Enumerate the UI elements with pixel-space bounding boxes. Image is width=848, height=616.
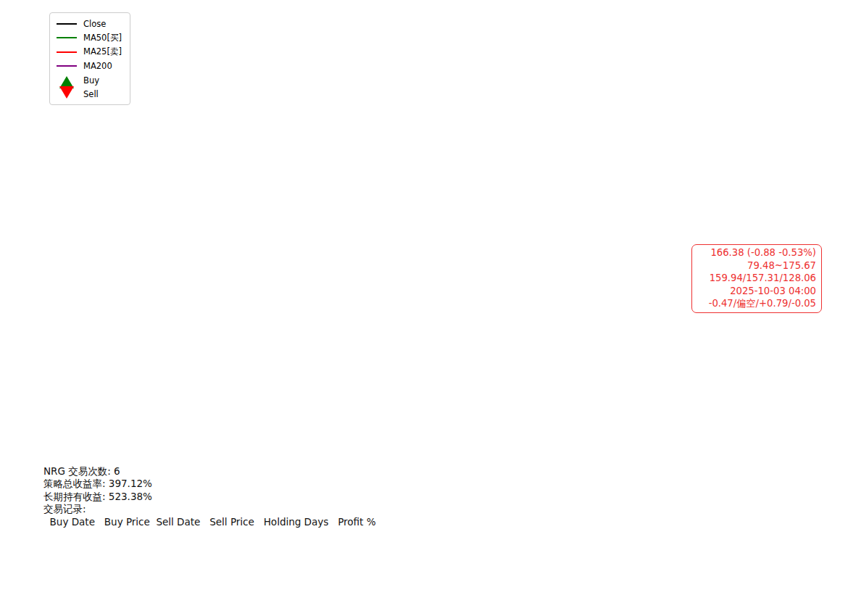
annotation-signal: -0.47/偏空/+0.79/-0.05 (697, 297, 816, 310)
annotation-last-price: 166.38 (-0.88 -0.53%) (697, 246, 816, 259)
legend-label-ma25: MA25[卖] (83, 46, 122, 57)
ma25-line-swatch (56, 51, 78, 53)
legend-label-ma200: MA200 (83, 61, 112, 71)
legend-item-ma200: MA200 (56, 59, 124, 74)
legend-label-close: Close (83, 19, 106, 29)
legend-label-sell: Sell (83, 89, 99, 99)
sell-triangle-icon (56, 91, 78, 99)
legend-label-ma50: MA50[买] (83, 33, 122, 43)
trade-stats-block: NRG 交易次数: 6 策略总收益率: 397.12% 长期持有收益: 523.… (43, 465, 420, 528)
legend-item-sell: Sell (56, 88, 124, 102)
legend-label-buy: Buy (83, 75, 99, 86)
legend-item-ma25: MA25[卖] (56, 45, 124, 59)
legend-item-buy: Buy (56, 73, 124, 88)
price-annotation-box: 166.38 (-0.88 -0.53%) 79.48~175.67 159.9… (691, 244, 822, 313)
chart-legend: Close MA50[买] MA25[卖] MA200 Buy Sell (49, 12, 130, 105)
annotation-range: 79.48~175.67 (697, 259, 816, 272)
strategy-return-line: 策略总收益率: 397.12% (43, 478, 420, 490)
ma50-line-swatch (56, 37, 78, 38)
annotation-ma-values: 159.94/157.31/128.06 (697, 272, 816, 285)
ma200-line-swatch (56, 65, 78, 67)
hold-return-line: 长期持有收益: 523.38% (43, 491, 420, 503)
trade-table-header: Buy Date Buy Price Sell Date Sell Price … (43, 516, 420, 528)
legend-item-ma50: MA50[买] (56, 31, 124, 46)
trade-count-line: NRG 交易次数: 6 (43, 465, 420, 478)
buy-triangle-icon (56, 76, 78, 84)
close-line-swatch (56, 23, 78, 25)
legend-item-close: Close (56, 17, 124, 31)
trade-record-title: 交易记录: (43, 503, 420, 515)
annotation-timestamp: 2025-10-03 04:00 (697, 285, 816, 298)
stock-chart-screen: Close MA50[买] MA25[卖] MA200 Buy Sell 166… (0, 0, 848, 616)
